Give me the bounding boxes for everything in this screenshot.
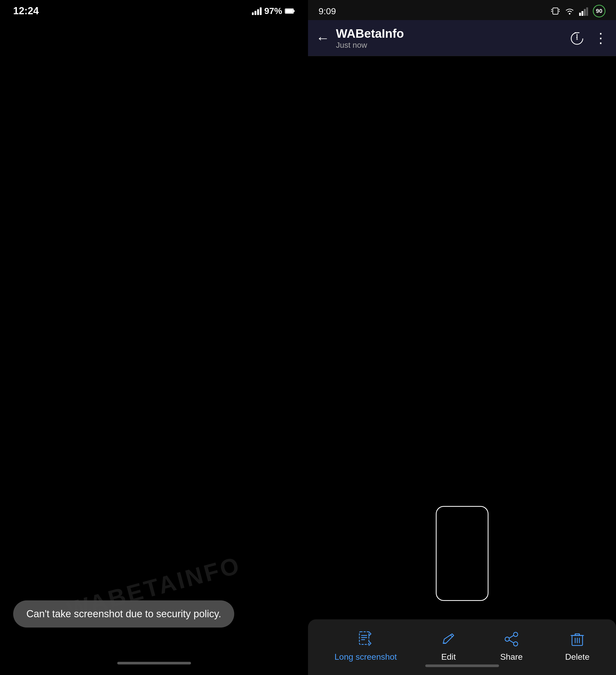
share-svg — [504, 631, 519, 647]
signal-bars-icon — [252, 7, 262, 15]
delete-button[interactable]: Delete — [557, 627, 598, 664]
contact-info: WABetaInfo Just now — [336, 26, 404, 50]
left-status-bar: 12:24 97% — [0, 0, 308, 19]
svg-rect-2 — [286, 9, 293, 13]
right-status-bar: 9:09 — [308, 0, 616, 20]
long-screenshot-svg — [357, 631, 374, 648]
svg-rect-1 — [293, 10, 294, 12]
svg-rect-3 — [553, 8, 558, 14]
edit-icon — [439, 630, 458, 648]
toast-message: Can't take screenshot due to security po… — [13, 600, 234, 627]
battery-icon — [285, 8, 295, 14]
delete-svg — [569, 631, 585, 647]
left-status-right: 97% — [252, 6, 295, 16]
contact-name: WABetaInfo — [336, 26, 404, 41]
svg-rect-12 — [586, 7, 588, 16]
signal-bar-2 — [255, 11, 256, 15]
left-home-indicator — [117, 662, 191, 664]
svg-rect-6 — [559, 9, 559, 10]
screenshot-preview-area — [308, 56, 616, 619]
timer-icon[interactable]: 1 — [569, 30, 585, 46]
delete-label: Delete — [565, 652, 590, 662]
svg-line-27 — [509, 640, 514, 643]
right-time: 9:09 — [319, 6, 336, 16]
signal-bar-1 — [252, 12, 254, 15]
svg-rect-9 — [579, 13, 581, 16]
svg-rect-17 — [359, 632, 369, 645]
right-signal-icon — [579, 6, 589, 16]
right-panel: 9:09 — [308, 0, 616, 675]
whatsapp-header: ← WABetaInfo Just now 1 ⋮ — [308, 20, 616, 56]
edit-label: Edit — [441, 652, 456, 662]
svg-rect-11 — [584, 9, 586, 16]
svg-line-26 — [509, 635, 514, 638]
svg-rect-4 — [551, 9, 552, 10]
share-button[interactable]: Share — [492, 627, 530, 664]
share-icon — [502, 630, 521, 648]
delete-icon — [568, 630, 587, 648]
back-button[interactable]: ← — [316, 30, 330, 46]
signal-bar-4 — [260, 7, 262, 15]
edit-svg — [441, 631, 456, 647]
svg-line-21 — [450, 635, 453, 637]
svg-point-25 — [505, 637, 509, 641]
svg-rect-33 — [575, 634, 580, 635]
contact-status: Just now — [336, 41, 404, 50]
vibrate-icon — [551, 6, 560, 16]
svg-point-8 — [569, 13, 570, 14]
phone-preview-thumbnail — [436, 506, 489, 601]
edit-button[interactable]: Edit — [431, 627, 465, 664]
share-label: Share — [500, 652, 522, 662]
wifi-icon — [564, 6, 575, 16]
left-time: 12:24 — [13, 5, 39, 17]
svg-point-24 — [514, 642, 518, 646]
svg-text:1: 1 — [576, 36, 578, 41]
whatsapp-header-left: ← WABetaInfo Just now — [316, 26, 404, 50]
long-screenshot-label: Long screenshot — [335, 652, 397, 662]
svg-point-23 — [514, 632, 518, 636]
more-options-button[interactable]: ⋮ — [594, 30, 608, 46]
left-panel: 12:24 97% WABETAINFO Can't take screensh… — [0, 0, 308, 675]
svg-rect-5 — [551, 11, 552, 12]
svg-rect-10 — [582, 11, 583, 16]
right-status-icons: 90 — [551, 5, 606, 17]
long-screenshot-button[interactable]: Long screenshot — [327, 627, 405, 664]
right-battery-icon: 90 — [593, 5, 606, 17]
whatsapp-header-right: 1 ⋮ — [569, 30, 608, 46]
signal-bar-3 — [257, 9, 259, 15]
right-home-indicator — [425, 664, 499, 667]
svg-line-22 — [443, 643, 445, 644]
svg-rect-7 — [559, 11, 559, 12]
left-battery-percent: 97% — [264, 6, 282, 16]
long-screenshot-icon — [356, 630, 375, 648]
